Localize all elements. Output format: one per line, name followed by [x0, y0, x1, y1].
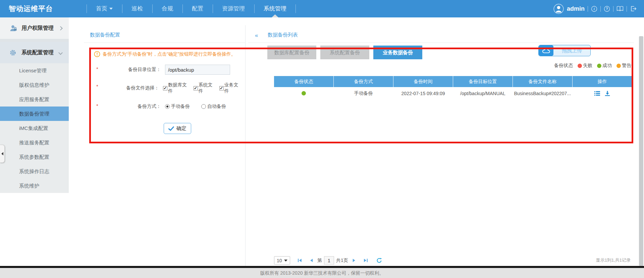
avatar[interactable] [553, 4, 564, 14]
chevron-left-icon [1, 152, 3, 155]
radio-manual-backup[interactable] [165, 104, 170, 109]
cell-backup-mode: 手动备份 [334, 87, 393, 99]
tab-system-config-backup[interactable]: 系统配置备份 [320, 46, 369, 59]
nav-item-label: 合规 [162, 5, 173, 12]
nav-item-label: 资源管理 [222, 5, 245, 12]
sidebar-group-system-config[interactable]: 系统配置管理 [0, 42, 69, 63]
help-icon[interactable]: ? [604, 6, 610, 12]
checkbox-label: 数据库文件 [168, 82, 191, 94]
username[interactable]: admin [567, 5, 585, 12]
info-icon[interactable]: i [591, 6, 597, 12]
backup-dir-label: 备份目录位置： [84, 67, 161, 73]
nav-item-system-management[interactable]: 系统管理 [254, 0, 296, 17]
tab-business-data-backup[interactable]: 业务数据备份 [373, 46, 422, 59]
panel-title: 数据备份列表 [248, 25, 634, 43]
form-row-backup-files: * 备份文件选择： 数据库文件 系统文件 业务文件 [84, 82, 245, 94]
sidebar-item-copyright[interactable]: 版权信息维护 [0, 78, 69, 92]
refresh-icon[interactable] [376, 258, 382, 263]
download-icon[interactable] [605, 91, 610, 96]
chevron-down-icon [109, 8, 113, 10]
drag-upload-button[interactable]: 拖拽上传 [538, 45, 591, 56]
nav-item-config[interactable]: 配置 [182, 0, 213, 17]
sidebar-group-label: 用户权限管理 [21, 25, 54, 32]
required-asterisk: * [96, 66, 98, 72]
nav-item-label: 配置 [192, 5, 203, 12]
page-size-value: 10 [277, 258, 282, 263]
page-number-input[interactable] [324, 256, 334, 265]
gear-icon [9, 49, 17, 56]
sidebar-item-app-service[interactable]: 应用服务配置 [0, 92, 69, 107]
nav-item-resources[interactable]: 资源管理 [213, 0, 254, 17]
chevron-down-icon [58, 51, 63, 55]
record-count-info: 显示1到1,共1记录 [596, 257, 631, 263]
user-lock-icon [9, 24, 17, 32]
cell-backup-filename: BusinessBackup#202207... [513, 87, 572, 99]
col-backup-time: 备份时间 [393, 76, 453, 87]
panel-divider [245, 25, 246, 266]
sidebar-item-system-params[interactable]: 系统参数配置 [0, 150, 69, 164]
divider [588, 6, 588, 12]
pagination: 10 第 共1页 [274, 256, 382, 265]
radio-auto-backup[interactable] [201, 104, 206, 109]
sidebar-item-license[interactable]: License管理 [0, 63, 69, 78]
active-nav-marker [272, 14, 278, 17]
legend-title: 备份状态 [554, 63, 573, 69]
backup-dir-input[interactable] [165, 65, 230, 75]
nav-item-label: 首页 [96, 5, 107, 12]
sidebar-item-push-service[interactable]: 推送服务配置 [0, 135, 69, 150]
status-legend: 备份状态 失败 成功 警告 [554, 63, 631, 69]
nav-item-home[interactable]: 首页 [87, 0, 122, 17]
divider [0, 39, 69, 42]
checkbox-label: 系统文件 [199, 82, 217, 94]
topbar: 智动运维平台 首页 巡检 合规 配置 资源管理 系统管理 admi [0, 0, 644, 17]
nav-item-label: 巡检 [131, 5, 143, 12]
logout-icon[interactable] [630, 5, 637, 12]
prev-page-button[interactable] [309, 258, 314, 263]
radio-label: 手动备份 [171, 103, 190, 110]
table-header: 备份状态 备份方式 备份时间 备份目标位置 备份文件名称 操作 [274, 76, 632, 87]
nav-item-inspection[interactable]: 巡检 [122, 0, 152, 17]
col-backup-filename: 备份文件名称 [513, 76, 573, 87]
nav-item-label: 系统管理 [264, 5, 286, 12]
nav-item-compliance[interactable]: 合规 [152, 0, 182, 17]
warning-row: 备份方式为“手动备份”时，点击“确定”按钮即进行立即备份操作。 [94, 51, 245, 57]
cell-backup-time: 2022-07-15 09:49:09 [393, 87, 453, 99]
checkbox-business-files[interactable] [219, 86, 224, 90]
confirm-button-label: 确定 [176, 125, 186, 132]
warning-icon [94, 51, 100, 57]
app-logo: 智动运维平台 [9, 4, 75, 13]
checkbox-database-files[interactable] [163, 86, 167, 90]
sidebar-group-user-permission[interactable]: 用户权限管理 [0, 17, 69, 39]
first-page-button[interactable] [298, 258, 302, 263]
sidebar-collapse-handle[interactable] [0, 145, 5, 163]
next-page-button[interactable] [352, 258, 356, 263]
required-asterisk: * [96, 83, 98, 89]
divider [613, 6, 613, 12]
guide-book-icon[interactable] [616, 6, 624, 12]
main-nav: 首页 巡检 合规 配置 资源管理 系统管理 [87, 0, 296, 17]
backup-list-panel: 数据备份列表 数据库配置备份 系统配置备份 业务数据备份 拖拽上传 备份状态 失… [248, 25, 634, 266]
page-prefix: 第 [317, 258, 322, 264]
detail-list-icon[interactable] [594, 91, 600, 96]
cell-backup-target: /opt/backup/MANUAL [453, 87, 513, 99]
warn-status-dot [616, 64, 621, 68]
sidebar-item-imc[interactable]: iMC集成配置 [0, 121, 69, 135]
page-size-select[interactable]: 10 [274, 256, 290, 265]
chevron-right-icon [58, 26, 63, 30]
vertical-scrollbar[interactable] [639, 36, 643, 266]
svg-text:i: i [594, 7, 595, 11]
footer: 版权所有 2013-2020 新华三技术有限公司，保留一切权利。 [0, 268, 644, 278]
fail-status-dot [578, 64, 582, 68]
drag-upload-label: 拖拽上传 [553, 45, 590, 56]
sidebar-item-operation-log[interactable]: 系统操作日志 [0, 164, 69, 179]
svg-text:?: ? [606, 7, 608, 11]
sidebar-item-system-maintenance[interactable]: 系统维护 [0, 179, 69, 193]
tab-database-config-backup[interactable]: 数据库配置备份 [267, 46, 316, 59]
sidebar-item-data-backup[interactable]: 数据备份管理 [0, 107, 69, 121]
backup-mode-label: 备份方式： [84, 103, 161, 110]
col-backup-status: 备份状态 [274, 76, 334, 87]
checkbox-label: 业务文件 [224, 82, 243, 94]
checkbox-system-files[interactable] [194, 86, 198, 90]
last-page-button[interactable] [364, 258, 368, 263]
confirm-button[interactable]: 确定 [164, 123, 191, 134]
